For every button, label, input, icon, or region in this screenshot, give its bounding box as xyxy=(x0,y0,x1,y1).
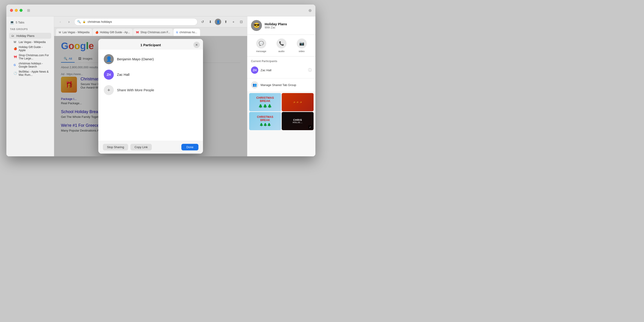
google-tab-favicon: G xyxy=(176,31,178,34)
tab-list: W Las Vegas - Wikipedia 🍎 Holiday Gift G… xyxy=(6,40,54,77)
search-icon: 🔍 xyxy=(77,20,81,24)
tab-group-icon: 🗂 xyxy=(11,34,14,38)
wikipedia-favicon: W xyxy=(14,40,17,44)
minimize-button[interactable] xyxy=(15,9,18,12)
contact-info: Holiday Plans With Zac xyxy=(265,22,287,29)
participant-avatar: ZH xyxy=(104,70,114,80)
video-label: video xyxy=(298,50,304,52)
participant-zac-name: Zac Hall xyxy=(260,68,306,72)
participant-person: ZH Zac Hall xyxy=(98,67,203,82)
dialog-footer: Stop Sharing Copy Link Done xyxy=(98,141,203,154)
tab-holiday-label: Holiday Gift Guide - Ap... xyxy=(100,31,130,34)
tab-group-name: Holiday Plans xyxy=(16,34,34,38)
maximize-button[interactable] xyxy=(20,9,22,12)
participants-section: Current Participants ZH Zac Hall ⓘ xyxy=(247,56,316,78)
reload-button[interactable]: ↺ xyxy=(199,19,206,25)
tab-groups-label: Tab Groups xyxy=(6,26,54,32)
contact-avatar: 😎 xyxy=(251,20,262,31)
christmas-image-1[interactable]: CHRISTMAS BREAK 🌲🌲🌲 xyxy=(249,93,281,111)
christmas-image-2[interactable]: ✨ ✨ ✨ xyxy=(282,93,314,111)
participant-item-zac: ZH Zac Hall ⓘ xyxy=(251,65,312,75)
contact-actions: 💬 message 📞 audio 📷 video xyxy=(247,35,316,56)
sidebar-toggle-button[interactable]: ⊞ xyxy=(27,8,30,12)
tabs-count-label: 5 Tabs xyxy=(16,21,24,24)
tab-label: 9to5Mac - Apple News & Mac Rum... xyxy=(19,70,50,76)
message-action-button[interactable]: 💬 message xyxy=(256,38,266,52)
title-bar: ⊞ ⊕ xyxy=(6,4,316,16)
tabs-count: 💻 5 Tabs xyxy=(6,19,54,26)
audio-label: audio xyxy=(278,50,284,52)
manage-group-icon: 👥 xyxy=(251,81,258,88)
download-button[interactable]: ⬇ xyxy=(207,19,214,25)
copy-link-button[interactable]: Copy Link xyxy=(130,144,152,150)
dialog-spacer xyxy=(98,98,203,139)
profile-avatar-button[interactable]: 👤 xyxy=(215,19,221,25)
close-button[interactable] xyxy=(10,9,13,12)
tab-label: Holiday Gift Guide - Apple xyxy=(19,46,50,52)
browser-window: ⊞ ⊕ 💻 5 Tabs Tab Groups 🗂 Holiday Plans … xyxy=(6,4,316,156)
manage-group-label: Manage Shared Tab Group xyxy=(260,83,296,87)
google-favicon: G xyxy=(14,64,17,67)
tab-group: 🗂 Holiday Plans xyxy=(6,32,54,40)
owner-person: 👤 Benjamin Mayo (Owner) xyxy=(98,52,203,67)
participant-info-button[interactable]: ⓘ xyxy=(308,68,312,72)
lock-icon: 🔒 xyxy=(82,20,86,23)
right-panel: 😎 Holiday Plans With Zac 💬 message 📞 aud… xyxy=(247,16,316,156)
participants-label: Current Participants xyxy=(251,60,312,63)
add-person-icon: + xyxy=(104,85,114,95)
video-action-button[interactable]: 📷 video xyxy=(297,38,307,52)
toolbar-actions: ↺ ⬇ 👤 ⬆ + ⊡ xyxy=(199,19,244,25)
page-content: Google 🔍 All 🖼 Images Tools xyxy=(54,36,247,156)
tab-christmas-label: christmas ho... xyxy=(179,31,197,34)
forward-button[interactable]: › xyxy=(66,18,72,25)
stop-sharing-button[interactable]: Stop Sharing xyxy=(103,144,128,150)
tab-christmas-active[interactable]: G christmas ho... xyxy=(174,29,200,36)
tab-las-vegas[interactable]: W Las Vegas - Wikipedia xyxy=(56,29,92,36)
wikipedia-tab-favicon: W xyxy=(59,31,61,34)
back-button[interactable]: ‹ xyxy=(57,18,64,25)
sidebar-tab-las-vegas[interactable]: W Las Vegas - Wikipedia xyxy=(12,40,51,44)
owner-avatar: 👤 xyxy=(104,54,114,64)
manage-shared-tab-group[interactable]: 👥 Manage Shared Tab Group xyxy=(247,78,316,91)
contact-header: 😎 Holiday Plans With Zac xyxy=(247,16,316,35)
sidebar-tab-holiday-gift[interactable]: 🍎 Holiday Gift Guide - Apple xyxy=(12,44,51,53)
christmas-image-3[interactable]: CHRISTMAS BREAK 🌲🌲🌲 xyxy=(249,112,281,130)
participant-zh-avatar: ZH xyxy=(251,66,258,74)
dialog-close-button[interactable]: ✕ xyxy=(194,42,200,48)
clock-favicon: 🕐 xyxy=(14,72,17,75)
message-action-icon: 💬 xyxy=(256,38,266,48)
new-tab-toolbar-button[interactable]: + xyxy=(230,19,237,25)
christmas-image-4[interactable]: CHRIS HOLID... ⤢ xyxy=(282,112,314,130)
participants-dialog: 1 Participant ✕ 👤 Benjamin M xyxy=(98,39,203,154)
audio-action-button[interactable]: 📞 audio xyxy=(276,38,286,52)
content-area: ‹ › 🔍 🔒 christmas holidays ↺ ⬇ 👤 ⬆ + ⊡ xyxy=(54,16,247,156)
message-label: message xyxy=(256,50,266,52)
holiday-plans-group[interactable]: 🗂 Holiday Plans xyxy=(9,33,51,39)
tabs-view-button[interactable]: ⊡ xyxy=(238,19,244,25)
browser-toolbar: ‹ › 🔍 🔒 christmas holidays ↺ ⬇ 👤 ⬆ + ⊡ xyxy=(54,16,247,27)
tab-label: Shop Christmas.com For The Large... xyxy=(19,54,50,60)
tab-holiday-gift[interactable]: 🍎 Holiday Gift Guide - Ap... xyxy=(92,29,133,36)
tab-shop-christmas[interactable]: 🎀 Shop Christmas.com F... xyxy=(133,29,173,36)
address-bar[interactable]: 🔍 🔒 christmas holidays xyxy=(74,18,198,26)
image-grid: CHRISTMAS BREAK 🌲🌲🌲 ✨ ✨ ✨ CHRISTMAS BRE xyxy=(247,91,316,132)
sidebar-tab-9to5mac[interactable]: 🕐 9to5Mac - Apple News & Mac Rum... xyxy=(12,69,51,77)
participant-name: Zac Hall xyxy=(117,72,130,76)
expand-icon: ⤢ xyxy=(308,125,312,129)
tab-label: Las Vegas - Wikipedia xyxy=(19,40,46,44)
traffic-lights xyxy=(10,9,22,12)
share-button[interactable]: ⬆ xyxy=(222,19,229,25)
video-action-icon: 📷 xyxy=(297,38,307,48)
owner-name: Benjamin Mayo (Owner) xyxy=(117,57,154,61)
sidebar-tab-christmas[interactable]: G christmas holidays - Google Search xyxy=(12,61,51,69)
done-button[interactable]: Done xyxy=(181,144,198,150)
apple-favicon: 🍎 xyxy=(14,47,17,50)
share-more-people[interactable]: + Share With More People xyxy=(98,82,203,98)
tab-las-vegas-label: Las Vegas - Wikipedia xyxy=(62,31,90,34)
contact-name: Holiday Plans xyxy=(265,22,287,26)
sidebar-tab-shop-christmas[interactable]: 🎀 Shop Christmas.com For The Large... xyxy=(12,53,51,61)
apple-tab-favicon: 🍎 xyxy=(95,31,98,34)
new-tab-button[interactable]: ⊕ xyxy=(308,8,312,13)
dialog-title: 1 Participant xyxy=(140,43,161,47)
address-text: christmas holidays xyxy=(88,20,112,24)
